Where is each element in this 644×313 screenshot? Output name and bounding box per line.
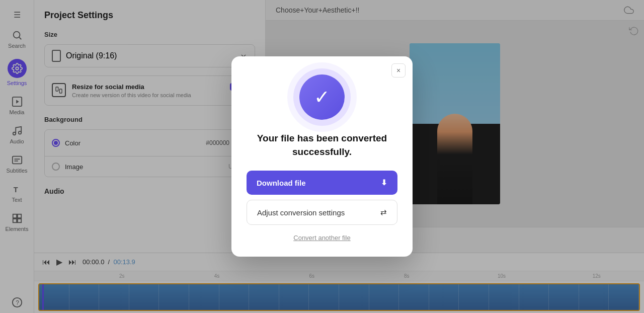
conversion-modal: × ✓ Your file has been converted success… (231, 56, 413, 257)
modal-overlay[interactable]: × ✓ Your file has been converted success… (0, 0, 644, 313)
download-file-btn[interactable]: Download file ⬇ (247, 171, 397, 195)
modal-close-btn[interactable]: × (391, 63, 406, 77)
modal-title: Your file has been converted successfull… (247, 132, 397, 159)
settings-arrows-icon: ⇄ (380, 208, 387, 217)
adjust-settings-label: Adjust conversion settings (257, 208, 345, 217)
success-circle: ✓ (299, 74, 345, 120)
download-icon: ⬇ (381, 178, 387, 187)
success-check-icon: ✓ (314, 86, 330, 108)
download-label: Download file (257, 179, 306, 187)
adjust-settings-btn[interactable]: Adjust conversion settings ⇄ (247, 200, 397, 225)
convert-link-label: Convert another file (293, 234, 350, 242)
convert-another-btn[interactable]: Convert another file (293, 234, 350, 242)
